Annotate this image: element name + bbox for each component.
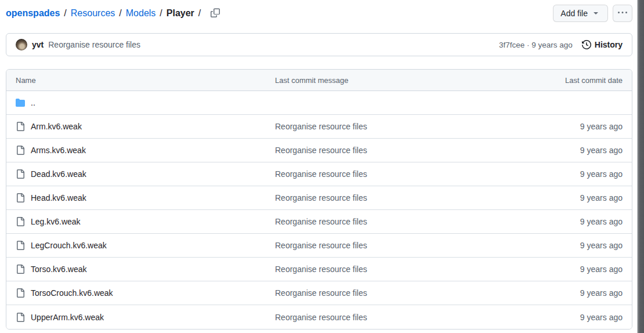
breadcrumb-repo-link[interactable]: openspades <box>6 8 60 19</box>
page-container: openspades / Resources / Models / Player… <box>6 0 632 330</box>
file-icon <box>16 169 25 179</box>
row-commit-message-link[interactable]: Reorganise resource files <box>275 288 367 298</box>
breadcrumb-separator: / <box>198 8 201 19</box>
file-name-link[interactable]: Torso.kv6.weak <box>31 265 86 274</box>
latest-commit-meta: 3f7fcee · 9 years ago History <box>499 40 623 49</box>
table-row: Arm.kv6.weak Reorganise resource files 9… <box>6 115 632 139</box>
row-commit-date: 9 years ago <box>500 265 632 274</box>
file-name-link[interactable]: LegCrouch.kv6.weak <box>31 241 107 250</box>
file-name-link[interactable]: Arm.kv6.weak <box>31 122 82 131</box>
row-commit-date: 9 years ago <box>500 288 632 298</box>
history-button[interactable]: History <box>582 40 623 49</box>
breadcrumb-separator: / <box>64 8 66 19</box>
kebab-horizontal-icon <box>618 8 627 19</box>
latest-commit-summary: yvt Reorganise resource files <box>16 39 140 50</box>
column-header-name: Name <box>6 76 266 85</box>
table-row: TorsoCrouch.kv6.weak Reorganise resource… <box>6 281 632 305</box>
row-commit-message-link[interactable]: Reorganise resource files <box>275 146 367 155</box>
file-name-link[interactable]: Leg.kv6.weak <box>31 217 81 226</box>
file-icon <box>16 313 25 322</box>
add-file-button[interactable]: Add file <box>553 5 608 22</box>
breadcrumb: openspades / Resources / Models / Player… <box>6 8 220 19</box>
row-commit-date: 9 years ago <box>500 169 632 179</box>
file-table: Name Last commit message Last commit dat… <box>6 69 632 330</box>
row-commit-date: 9 years ago <box>500 122 632 131</box>
column-header-date: Last commit date <box>500 76 632 85</box>
row-commit-message-link[interactable]: Reorganise resource files <box>275 217 367 226</box>
avatar[interactable] <box>16 39 27 50</box>
file-name-link[interactable]: UpperArm.kv6.weak <box>31 313 104 322</box>
file-rows: Arm.kv6.weak Reorganise resource files 9… <box>6 115 632 329</box>
table-row: LegCrouch.kv6.weak Reorganise resource f… <box>6 234 632 258</box>
row-commit-message-link[interactable]: Reorganise resource files <box>275 313 367 322</box>
more-options-button[interactable] <box>613 5 632 22</box>
column-header-message: Last commit message <box>266 76 500 85</box>
history-icon <box>582 40 591 49</box>
row-commit-message-link[interactable]: Reorganise resource files <box>275 241 367 250</box>
row-commit-message-link[interactable]: Reorganise resource files <box>275 193 367 202</box>
row-commit-date: 9 years ago <box>500 193 632 202</box>
row-commit-message-link[interactable]: Reorganise resource files <box>275 122 367 131</box>
row-commit-date: 9 years ago <box>500 217 632 226</box>
row-commit-date: 9 years ago <box>500 313 632 322</box>
row-commit-message-link[interactable]: Reorganise resource files <box>275 265 367 274</box>
table-row: Leg.kv6.weak Reorganise resource files 9… <box>6 210 632 234</box>
file-icon <box>16 265 25 274</box>
page-actions: Add file <box>553 5 632 22</box>
file-name-link[interactable]: Arms.kv6.weak <box>31 146 86 155</box>
folder-icon <box>16 98 25 107</box>
file-table-header: Name Last commit message Last commit dat… <box>6 70 632 91</box>
parent-directory-row[interactable]: .. <box>6 91 632 115</box>
commit-sha[interactable]: 3f7fcee <box>499 41 524 49</box>
file-icon <box>16 146 25 155</box>
latest-commit-bar: yvt Reorganise resource files 3f7fcee · … <box>6 33 632 56</box>
breadcrumb-separator: / <box>119 8 121 19</box>
history-label: History <box>595 40 623 49</box>
file-icon <box>16 241 25 250</box>
parent-directory-link[interactable]: .. <box>31 98 35 107</box>
row-commit-message-link[interactable]: Reorganise resource files <box>275 169 367 179</box>
file-name-link[interactable]: Head.kv6.weak <box>31 193 86 202</box>
file-name-link[interactable]: TorsoCrouch.kv6.weak <box>31 288 113 298</box>
table-row: Arms.kv6.weak Reorganise resource files … <box>6 139 632 162</box>
table-row: Dead.kv6.weak Reorganise resource files … <box>6 162 632 186</box>
file-icon <box>16 122 25 131</box>
row-commit-date: 9 years ago <box>500 146 632 155</box>
breadcrumb-separator: / <box>160 8 162 19</box>
vertical-scrollbar[interactable] <box>637 0 644 333</box>
row-commit-date: 9 years ago <box>500 241 632 250</box>
copy-path-button[interactable] <box>211 8 220 19</box>
commit-time: 9 years ago <box>531 41 573 49</box>
table-row: Head.kv6.weak Reorganise resource files … <box>6 186 632 210</box>
breadcrumb-current: Player <box>167 8 194 19</box>
chevron-down-icon <box>591 8 600 19</box>
table-row: UpperArm.kv6.weak Reorganise resource fi… <box>6 305 632 329</box>
commit-author-link[interactable]: yvt <box>32 40 44 49</box>
sha-time-separator: · <box>527 41 530 49</box>
file-name-link[interactable]: Dead.kv6.weak <box>31 169 86 179</box>
file-icon <box>16 217 25 226</box>
add-file-label: Add file <box>560 9 588 18</box>
commit-sha-and-time[interactable]: 3f7fcee · 9 years ago <box>499 41 573 49</box>
commit-message-link[interactable]: Reorganise resource files <box>48 40 140 49</box>
file-icon <box>16 193 25 202</box>
table-row: Torso.kv6.weak Reorganise resource files… <box>6 258 632 281</box>
top-bar: openspades / Resources / Models / Player… <box>6 0 632 26</box>
breadcrumb-resources-link[interactable]: Resources <box>71 8 115 19</box>
file-icon <box>16 288 25 298</box>
copy-icon <box>211 8 220 19</box>
breadcrumb-models-link[interactable]: Models <box>126 8 156 19</box>
